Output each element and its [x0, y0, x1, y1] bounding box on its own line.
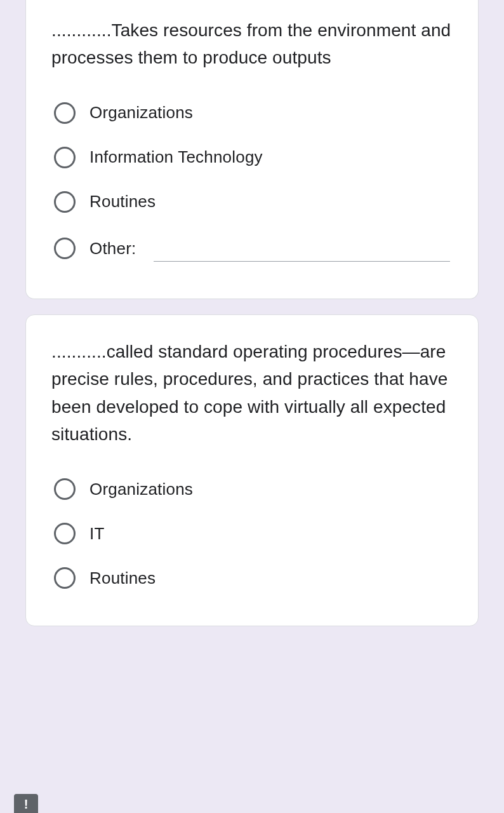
other-row: Other: [90, 236, 450, 262]
report-badge[interactable]: ! [14, 794, 38, 813]
radio-icon [54, 523, 76, 544]
question-card-1: ............Takes resources from the env… [25, 0, 479, 299]
option-label: Organizations [90, 480, 193, 499]
radio-icon [54, 191, 76, 213]
option-label: Routines [90, 568, 156, 588]
exclamation-icon: ! [24, 798, 29, 810]
other-input[interactable] [154, 236, 450, 262]
options-group: Organizations IT Routines [51, 469, 453, 598]
radio-icon [54, 478, 76, 500]
radio-option-routines[interactable]: Routines [51, 182, 453, 222]
question-text: ............Takes resources from the env… [51, 17, 453, 72]
option-label: Information Technology [90, 147, 263, 167]
radio-option-routines[interactable]: Routines [51, 558, 453, 598]
radio-icon [54, 147, 76, 168]
radio-option-organizations[interactable]: Organizations [51, 93, 453, 133]
option-label-other: Other: [90, 239, 136, 259]
option-label: Routines [90, 192, 156, 212]
radio-option-information-technology[interactable]: Information Technology [51, 138, 453, 177]
options-group: Organizations Information Technology Rou… [51, 93, 453, 271]
radio-option-organizations[interactable]: Organizations [51, 469, 453, 509]
radio-icon [54, 238, 76, 259]
option-label: IT [90, 524, 105, 544]
radio-icon [54, 102, 76, 124]
question-text: ...........called standard operating pro… [51, 338, 453, 448]
radio-option-other[interactable]: Other: [51, 227, 453, 271]
option-label: Organizations [90, 103, 193, 123]
radio-icon [54, 567, 76, 589]
question-card-2: ...........called standard operating pro… [25, 314, 479, 627]
radio-option-it[interactable]: IT [51, 514, 453, 553]
